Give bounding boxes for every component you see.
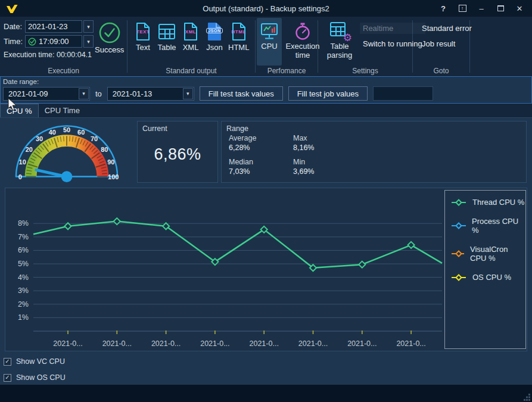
- date-range-bar: Date range: 2021-01-09 ▾ to 2021-01-13 ▾…: [0, 76, 532, 104]
- svg-text:3%: 3%: [18, 286, 29, 295]
- show-os-cpu-checkbox[interactable]: ✓ Show OS CPU: [4, 373, 66, 382]
- popup-button[interactable]: ↑: [455, 2, 470, 15]
- min-stat: Min 3,69%: [293, 158, 314, 176]
- ribbon-group-label: Standard output: [127, 67, 255, 75]
- svg-text:40: 40: [49, 129, 56, 136]
- window-controls: ? ↑ – ✕: [435, 2, 527, 15]
- maximize-button[interactable]: [493, 2, 508, 15]
- date-range-label: Date range:: [3, 78, 39, 85]
- svg-text:6%: 6%: [18, 246, 29, 254]
- checkbox-checked-icon: ✓: [4, 374, 11, 382]
- text-output-button[interactable]: TEXT Text: [131, 19, 155, 66]
- output-window: Output (standard) - Backup settings2 ? ↑…: [0, 0, 532, 402]
- cpu-line-chart: 1%2%3%4%5%6%7%8%2021-0...2021-0...2021-0…: [5, 189, 444, 351]
- chevron-down-icon: ▾: [87, 39, 90, 45]
- legend-item: VisualCron CPU %: [451, 245, 525, 263]
- svg-text:80: 80: [101, 146, 108, 153]
- gauge-icon: 0102030405060708090100: [11, 120, 123, 184]
- cpu-monitor-icon: [259, 21, 279, 40]
- svg-text:2021-0...: 2021-0...: [200, 339, 229, 348]
- date-to-combo[interactable]: 2021-01-13 ▾: [107, 87, 194, 101]
- table-parsing-button[interactable]: ⚙ Table parsing: [322, 18, 357, 66]
- legend-marker-icon: [451, 250, 464, 257]
- ribbon-group-performance: CPU Execution time Perfomance: [256, 17, 318, 76]
- svg-text:0: 0: [18, 173, 22, 180]
- range-title: Range: [222, 121, 526, 136]
- fill-test-task-values-button[interactable]: Fill test task values: [200, 86, 283, 101]
- empty-input[interactable]: [373, 86, 433, 101]
- svg-text:2021-0...: 2021-0...: [347, 339, 377, 348]
- svg-text:30: 30: [36, 135, 43, 142]
- show-vc-cpu-checkbox[interactable]: ✓ Show VC CPU: [4, 357, 65, 366]
- ribbon-group-label: Perfomance: [256, 67, 318, 75]
- check-circle-icon: [28, 38, 36, 46]
- svg-text:20: 20: [26, 146, 33, 153]
- time-field[interactable]: 17:09:00: [25, 35, 82, 48]
- close-icon: ✕: [517, 4, 523, 13]
- status-label: Success: [95, 45, 124, 54]
- chevron-down-icon[interactable]: ▾: [79, 88, 89, 99]
- ribbon-group-goto: Standard error Job result Goto: [413, 17, 469, 76]
- ribbon-group-standard-output: TEXT Text Table XML XML JSO: [127, 17, 255, 76]
- svg-text:2021-0...: 2021-0...: [298, 339, 328, 348]
- ribbon: Date: 2021-01-23 ▾ Time: 17:09:00 ▾: [0, 17, 532, 76]
- svg-text:100: 100: [108, 173, 119, 180]
- ribbon-group-execution: Date: 2021-01-23 ▾ Time: 17:09:00 ▾: [0, 17, 127, 76]
- legend-marker-icon: [451, 274, 466, 281]
- json-output-button[interactable]: JSON Json: [203, 19, 226, 66]
- gear-icon: ⚙: [343, 33, 352, 43]
- xml-output-button[interactable]: XML XML: [179, 19, 203, 66]
- ribbon-group-label: Settings: [318, 67, 412, 75]
- resize-grip[interactable]: [524, 394, 531, 401]
- success-icon: [98, 21, 121, 44]
- tab-cpu-time[interactable]: CPU Time: [39, 104, 86, 117]
- table-icon: [157, 21, 177, 42]
- svg-text:60: 60: [77, 129, 85, 136]
- fill-test-job-values-button[interactable]: Fill test job values: [288, 86, 368, 101]
- minimize-button[interactable]: –: [474, 2, 489, 15]
- tab-cpu-percent[interactable]: CPU %: [0, 104, 39, 117]
- svg-text:2021-0...: 2021-0...: [250, 339, 279, 348]
- cpu-gauge: 0102030405060708090100: [11, 120, 123, 186]
- svg-text:4%: 4%: [18, 273, 29, 282]
- cpu-button[interactable]: CPU: [257, 18, 282, 66]
- help-button[interactable]: ?: [435, 2, 451, 15]
- checkbox-checked-icon: ✓: [4, 358, 11, 366]
- standard-error-button[interactable]: Standard error: [419, 23, 475, 34]
- time-label: Time:: [4, 37, 25, 46]
- chart-legend: Thread CPU %Process CPU %VisualCron CPU …: [444, 190, 526, 349]
- ribbon-group-label: Execution: [0, 67, 127, 75]
- status-indicator: Success: [95, 21, 124, 66]
- svg-text:5%: 5%: [18, 260, 29, 268]
- chevron-down-icon[interactable]: ▾: [183, 88, 193, 99]
- legend-label: Process CPU %: [472, 217, 525, 235]
- json-file-icon: JSON: [204, 21, 225, 42]
- date-dropdown-button[interactable]: ▾: [83, 20, 94, 33]
- svg-text:8%: 8%: [18, 219, 29, 228]
- svg-text:10: 10: [19, 158, 26, 166]
- svg-text:2021-0...: 2021-0...: [151, 339, 181, 348]
- ribbon-group-label: Goto: [413, 67, 469, 75]
- close-button[interactable]: ✕: [512, 2, 527, 15]
- svg-text:2021-0...: 2021-0...: [396, 339, 425, 348]
- date-label: Date:: [4, 22, 25, 31]
- time-dropdown-button[interactable]: ▾: [83, 35, 94, 48]
- table-output-button[interactable]: Table: [155, 19, 179, 66]
- cpu-chart-panel: 1%2%3%4%5%6%7%8%2021-0...2021-0...2021-0…: [5, 188, 527, 351]
- legend-label: Thread CPU %: [472, 198, 524, 207]
- job-result-button[interactable]: Job result: [419, 38, 475, 49]
- average-stat: Average 6,28%: [229, 134, 256, 152]
- svg-text:2%: 2%: [18, 300, 29, 308]
- mouse-cursor: [8, 98, 18, 112]
- date-field[interactable]: 2021-01-23: [25, 20, 82, 33]
- stopwatch-icon: [293, 21, 313, 40]
- max-stat: Max 8,16%: [293, 134, 314, 152]
- ribbon-group-settings: ⚙ Table parsing Realtime Switch to runni…: [318, 17, 412, 76]
- titlebar: Output (standard) - Backup settings2 ? ↑…: [0, 0, 532, 17]
- html-output-button[interactable]: HTML HTML: [226, 19, 251, 66]
- svg-text:1%: 1%: [18, 313, 29, 322]
- execution-time-button[interactable]: Execution time: [282, 18, 323, 66]
- legend-item: Process CPU %: [451, 217, 525, 235]
- svg-text:70: 70: [91, 135, 98, 142]
- current-title: Current: [138, 121, 217, 136]
